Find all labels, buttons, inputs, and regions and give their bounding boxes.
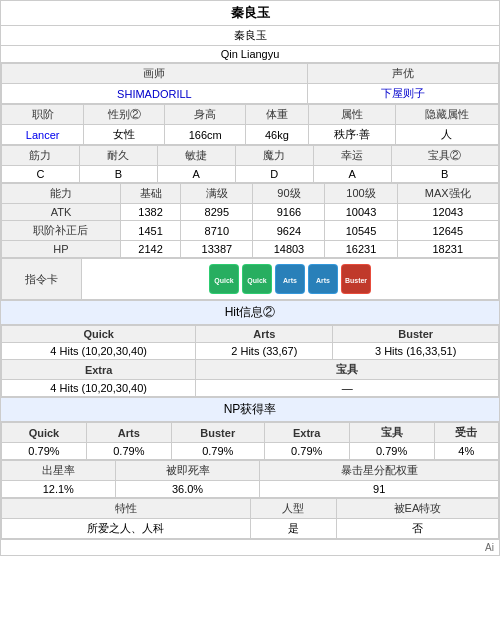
hit-buster-val: 3 Hits (16,33,51)	[333, 343, 499, 360]
col-weight: 体重	[246, 105, 308, 125]
stat-label-3: 魔力	[235, 146, 313, 166]
atk-val-4: 10043	[325, 204, 397, 221]
col-gender: 性别②	[84, 105, 165, 125]
star-val-weight: 91	[260, 481, 499, 498]
stat-val-4: A	[313, 166, 391, 183]
command-label: 指令卡	[2, 259, 82, 300]
voice-name[interactable]: 下屋则子	[307, 84, 498, 104]
hit-table: Quick Arts Buster 4 Hits (10,20,30,40) 2…	[1, 325, 499, 397]
traits-table: 特性 人型 被EA特攻 所爱之人、人科 是 否	[1, 498, 499, 539]
svg-text:Arts: Arts	[316, 277, 330, 284]
atk-after-val-0: 职阶补正后	[2, 221, 121, 241]
atk-after-val-2: 8710	[181, 221, 253, 241]
np-header-1: Arts	[86, 423, 171, 443]
extra-label: Extra	[2, 360, 196, 380]
star-val-death: 36.0%	[115, 481, 260, 498]
stat-label-2: 敏捷	[157, 146, 235, 166]
stat-label-4: 幸运	[313, 146, 391, 166]
atk-after-val-5: 12645	[397, 221, 498, 241]
val-gender: 女性	[84, 125, 165, 145]
stats-labels-table: 筋力耐久敏捷魔力幸运宝具② CBADAB	[1, 145, 499, 183]
stat-val-1: B	[79, 166, 157, 183]
stat-val-0: C	[2, 166, 80, 183]
hit-quick-label: Quick	[2, 326, 196, 343]
star-val-birth: 12.1%	[2, 481, 116, 498]
ability-header-0: 能力	[2, 184, 121, 204]
treasure-label: 宝具	[196, 360, 499, 380]
svg-text:Buster: Buster	[345, 277, 367, 284]
humanoid-value: 是	[250, 519, 336, 539]
hp-val-5: 18231	[397, 241, 498, 258]
stat-val-2: A	[157, 166, 235, 183]
hit-treasure-val: —	[196, 380, 499, 397]
np-header-5: 受击	[434, 423, 498, 443]
col-attribute: 属性	[308, 105, 395, 125]
card-icon-2: Arts	[275, 264, 305, 294]
stat-val-3: D	[235, 166, 313, 183]
ability-header-4: 100级	[325, 184, 397, 204]
hit-buster-label: Buster	[333, 326, 499, 343]
star-label-death: 被即死率	[115, 461, 260, 481]
np-header-4: 宝具	[349, 423, 434, 443]
atk-after-val-3: 9624	[253, 221, 325, 241]
trait-label: 特性	[2, 499, 251, 519]
stat-label-5: 宝具②	[391, 146, 498, 166]
val-weight: 46kg	[246, 125, 308, 145]
humanoid-label: 人型	[250, 499, 336, 519]
val-height: 166cm	[165, 125, 246, 145]
hit-quick-val: 4 Hits (10,20,30,40)	[2, 343, 196, 360]
command-table: 指令卡 Quick Quick Arts Arts Buster	[1, 258, 499, 300]
hit-arts-val: 2 Hits (33,67)	[196, 343, 333, 360]
np-val-3: 0.79%	[264, 443, 349, 460]
card-icon-4: Buster	[341, 264, 371, 294]
np-header-0: Quick	[2, 423, 87, 443]
np-val-2: 0.79%	[171, 443, 264, 460]
np-rate-header: NP获得率	[1, 397, 499, 422]
col-height: 身高	[165, 105, 246, 125]
svg-text:Quick: Quick	[247, 277, 267, 285]
subtitle: 秦良玉	[1, 26, 499, 46]
artist-voice-table: 画师 声优 SHIMADORILL 下屋则子	[1, 63, 499, 104]
np-val-4: 0.79%	[349, 443, 434, 460]
np-header-3: Extra	[264, 423, 349, 443]
title: 秦良玉	[1, 1, 499, 26]
artist-name[interactable]: SHIMADORILL	[2, 84, 308, 104]
hp-val-2: 13387	[181, 241, 253, 258]
stat-label-0: 筋力	[2, 146, 80, 166]
card-icon-3: Arts	[308, 264, 338, 294]
main-container: 秦良玉 秦良玉 Qin Liangyu 画师 声优 SHIMADORILL 下屋…	[0, 0, 500, 556]
artist-label: 画师	[2, 64, 308, 84]
star-label-weight: 暴击星分配权重	[260, 461, 499, 481]
ai-label: Ai	[1, 539, 499, 555]
ability-table: 能力基础满级90级100级MAX强化 ATK138282959166100431…	[1, 183, 499, 258]
atk-val-5: 12043	[397, 204, 498, 221]
atk-val-3: 9166	[253, 204, 325, 221]
ability-header-5: MAX强化	[397, 184, 498, 204]
val-class[interactable]: Lancer	[2, 125, 84, 145]
ability-header-3: 90级	[253, 184, 325, 204]
atk-after-val-1: 1451	[120, 221, 180, 241]
ea-label: 被EA特攻	[336, 499, 498, 519]
np-val-1: 0.79%	[86, 443, 171, 460]
stat-val-5: B	[391, 166, 498, 183]
stat-label-1: 耐久	[79, 146, 157, 166]
ability-header-1: 基础	[120, 184, 180, 204]
atk-val-0: ATK	[2, 204, 121, 221]
svg-text:Quick: Quick	[214, 277, 234, 285]
hp-val-1: 2142	[120, 241, 180, 258]
col-class: 职阶	[2, 105, 84, 125]
hit-arts-label: Arts	[196, 326, 333, 343]
np-header-2: Buster	[171, 423, 264, 443]
atk-val-1: 1382	[120, 204, 180, 221]
hit-extra-val: 4 Hits (10,20,30,40)	[2, 380, 196, 397]
card-icon-0: Quick	[209, 264, 239, 294]
atk-after-val-4: 10545	[325, 221, 397, 241]
atk-val-2: 8295	[181, 204, 253, 221]
star-table: 出星率 被即死率 暴击星分配权重 12.1% 36.0% 91	[1, 460, 499, 498]
np-rate-table: QuickArtsBusterExtra宝具受击 0.79%0.79%0.79%…	[1, 422, 499, 460]
romaji: Qin Liangyu	[1, 46, 499, 63]
star-label-birth: 出星率	[2, 461, 116, 481]
hp-val-0: HP	[2, 241, 121, 258]
val-hidden: 人	[395, 125, 498, 145]
command-cards-cell: Quick Quick Arts Arts Buster	[82, 259, 499, 300]
